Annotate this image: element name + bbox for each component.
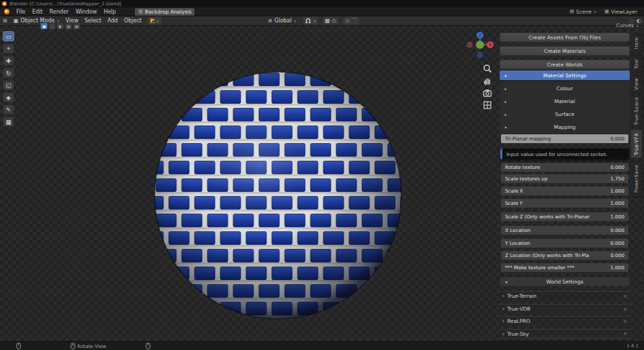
overlay-toggle-5[interactable]: ▤ xyxy=(73,23,80,29)
menu-window[interactable]: Window xyxy=(75,9,97,15)
viewport-header-center: ⊕ Global ∨ ∨ ▩ ◇ ◎ ⌒ xyxy=(266,16,359,25)
subpanel-colour[interactable]: ▸ Colour xyxy=(500,82,630,95)
create-assets-button[interactable]: Create Assets From Obj Files xyxy=(500,33,630,42)
proportional-editing-group[interactable]: ◎ ⌒ xyxy=(343,17,359,24)
viewport-header: ⊞ ▣ Object Mode ∨ View Select Add Object… xyxy=(0,16,644,26)
field-scale-z[interactable]: Scale Z (Only works with Tri-Planar 1.00… xyxy=(501,212,628,221)
orientation-dropdown[interactable]: ⊕ Global ∨ xyxy=(266,17,298,24)
drag-handle-icon[interactable]: ≡ xyxy=(623,307,627,312)
field-z-location[interactable]: Z Location (Only works with Tri-Pla 0.00… xyxy=(501,251,628,260)
panel-true-terrain[interactable]: › True-Terrain ≡ xyxy=(498,291,631,300)
subpanel-material-label: Material xyxy=(512,98,630,104)
subpanel-surface-label: Surface xyxy=(512,111,630,117)
field-y-location[interactable]: Y Location 0.000 xyxy=(501,239,628,248)
field-value: 0.000 xyxy=(610,136,624,142)
subpanel-surface[interactable]: ▸ Surface xyxy=(500,108,630,121)
curves-dropdown-label: Curves xyxy=(616,22,634,28)
workspace-tab[interactable]: ▥ Backdrop Analysis xyxy=(135,8,195,16)
magnet-icon xyxy=(305,18,311,24)
panel-true-vdb[interactable]: › True-VDB ≡ xyxy=(498,304,631,313)
drag-handle-icon[interactable]: ≡ xyxy=(623,331,627,336)
drag-handle-icon[interactable]: ≡ xyxy=(623,319,627,324)
svg-text:Z: Z xyxy=(479,33,481,37)
expand-down-icon: ▾ xyxy=(500,125,512,130)
panel-realpro[interactable]: › ReaLPRO ≡ xyxy=(498,316,631,326)
scene-selector[interactable]: ▤ Scene ∨ xyxy=(569,9,597,15)
blender-logo-icon xyxy=(2,1,7,6)
blender-window: Blender [C:\Users\...\TrueSkiesMapper_2.… xyxy=(0,0,644,350)
editor-type-icon[interactable]: ⊞ xyxy=(3,18,7,24)
subpanel-mapping[interactable]: ▾ Mapping xyxy=(500,121,630,134)
overlay-toggle-4[interactable]: ▥ xyxy=(65,23,72,29)
field-label: Y Location xyxy=(505,240,530,246)
menu-object[interactable]: Object xyxy=(124,18,142,24)
woven-sphere-object[interactable] xyxy=(153,71,403,320)
panel-true-sky[interactable]: › True-Sky ≡ xyxy=(498,329,631,338)
menu-render[interactable]: Render xyxy=(49,9,68,15)
falloff-icon: ⌒ xyxy=(352,17,357,24)
material-subpanels: ▸ Colour ▸ Material ▸ Surface ▾ Mapping xyxy=(500,82,630,134)
blender-menu-icon[interactable] xyxy=(4,9,9,14)
collapse-chevron-icon: › xyxy=(502,306,504,312)
menu-file[interactable]: File xyxy=(16,9,25,15)
tab-powersave[interactable]: PowerSave xyxy=(631,161,643,197)
material-settings-label: Material Settings xyxy=(512,73,630,79)
axis-z-negative-ball[interactable] xyxy=(477,52,483,58)
tab-item[interactable]: Item xyxy=(631,34,643,53)
drag-handle-icon[interactable]: ≡ xyxy=(623,294,627,299)
move-tool-icon[interactable]: ✚ xyxy=(3,56,14,66)
tab-true-vfx-label: True-VFX xyxy=(634,133,639,155)
material-settings-header[interactable]: ▾ Material Settings xyxy=(500,71,630,80)
pan-hand-icon[interactable] xyxy=(483,76,492,85)
panel-label: True-Sky xyxy=(507,331,529,337)
rotate-tool-icon[interactable]: ↻ xyxy=(3,68,14,78)
field-value: 0.000 xyxy=(610,227,624,233)
select-box-tool-icon[interactable]: ▭ xyxy=(3,31,14,41)
axis-x-negative-ball[interactable] xyxy=(467,42,473,48)
field-scale-x[interactable]: Scale X 1.000 xyxy=(501,187,628,195)
transform-tool-icon[interactable]: ◈ xyxy=(3,92,14,102)
field-make-texture-smaller[interactable]: *** Make texture smaller *** 1.000 xyxy=(501,263,628,272)
overlay-toggle-3[interactable]: ◐ xyxy=(57,23,64,29)
tab-view[interactable]: View xyxy=(631,75,643,94)
create-worlds-button[interactable]: Create Worlds xyxy=(500,60,630,69)
field-scale-y[interactable]: Scale Y 1.000 xyxy=(501,199,628,208)
navigation-gizmo[interactable]: Z X xyxy=(465,30,495,60)
menu-select[interactable]: Select xyxy=(85,18,102,24)
field-x-location[interactable]: X Location 0.000 xyxy=(501,226,628,235)
statusbar-version: 1.4.1 xyxy=(626,343,639,349)
viewlayer-selector[interactable]: ▦ ViewLayer xyxy=(605,9,637,15)
field-label: Scale Z (Only works with Tri-Planar xyxy=(505,214,590,220)
axis-y-ball[interactable] xyxy=(476,41,484,49)
field-label: Z Location (Only works with Tri-Pla xyxy=(505,252,589,258)
create-materials-button[interactable]: Create Materials xyxy=(500,46,630,56)
field-scale-textures-up[interactable]: Scale textures up 1.750 xyxy=(501,174,628,183)
ortho-toggle-icon[interactable] xyxy=(483,100,492,110)
cursor-tool-icon[interactable]: ⌖ xyxy=(3,43,14,54)
scene-icon: ▤ xyxy=(569,9,574,14)
tab-true-space[interactable]: True-Space xyxy=(631,96,643,127)
subpanel-material[interactable]: ▸ Material xyxy=(500,95,630,108)
overlay-toggle-active[interactable]: ▣ xyxy=(41,23,47,29)
camera-view-icon[interactable] xyxy=(483,88,492,98)
annotate-tool-icon[interactable]: ✎ xyxy=(3,104,14,115)
scale-tool-icon[interactable]: ◱ xyxy=(3,80,14,90)
zoom-icon[interactable] xyxy=(483,64,492,73)
snap-target-group[interactable]: ▩ ◇ xyxy=(323,17,338,24)
panel-label: True-Terrain xyxy=(507,293,536,299)
world-settings-header[interactable]: ▾ World Settings xyxy=(500,277,630,286)
field-triplanar-mapping[interactable]: Tri-Planar mapping 0.000 xyxy=(501,134,628,143)
mouse-right-icon xyxy=(146,343,150,349)
tab-tool[interactable]: Tool xyxy=(631,55,643,73)
add-cube-tool-icon[interactable]: ▦ xyxy=(3,117,14,127)
overlay-toggle-2[interactable]: ◌ xyxy=(49,23,56,29)
menu-add[interactable]: Add xyxy=(107,18,118,24)
menu-help[interactable]: Help xyxy=(104,9,116,15)
menu-edit[interactable]: Edit xyxy=(32,9,43,15)
create-materials-label: Create Materials xyxy=(544,48,586,54)
tab-true-vfx[interactable]: True-VFX xyxy=(631,129,643,159)
field-rotate-texture[interactable]: Rotate texture 0.000 xyxy=(501,163,628,172)
active-tool-dropdown[interactable]: ◩ ∨ xyxy=(148,17,161,24)
curves-dropdown[interactable]: Curves ∨ xyxy=(590,22,639,28)
snapping-toggle[interactable]: ∨ xyxy=(303,17,318,24)
